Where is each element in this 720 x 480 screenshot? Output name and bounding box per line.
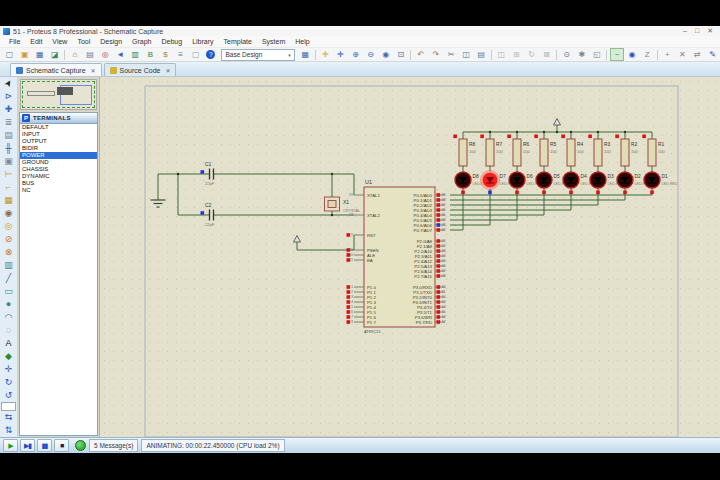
pan-icon[interactable]: ✛ [333, 48, 347, 61]
resistor-R8[interactable]: R8100 [453, 132, 476, 172]
new-sheet-icon[interactable]: ▢ [189, 48, 203, 61]
capacitor-C2[interactable]: C222pF [201, 202, 215, 227]
center-target-icon[interactable]: ◎ [98, 48, 112, 61]
selection-pointer-icon[interactable]: ➤ [1, 77, 16, 90]
terminal-item-power[interactable]: POWER [20, 152, 97, 159]
close-button[interactable]: ✕ [707, 26, 713, 36]
crystal-X1[interactable]: X1CRYSTAL [325, 174, 361, 215]
tab-close-icon[interactable]: ✕ [165, 67, 170, 74]
block-delete-icon[interactable]: ⊠ [540, 48, 554, 61]
sheet-icon[interactable]: ▤ [83, 48, 97, 61]
text-script-icon[interactable]: ▤ [1, 129, 16, 142]
capacitor-C1[interactable]: C122pF [201, 161, 215, 186]
tab-source-code[interactable]: Source Code✕ [104, 63, 177, 76]
maximize-button[interactable]: □ [695, 26, 699, 36]
graph-mode-icon[interactable]: ▦ [1, 194, 16, 207]
text-2d-icon[interactable]: A [1, 337, 16, 350]
tab-close-icon[interactable]: ✕ [91, 67, 96, 74]
menu-tool[interactable]: Tool [72, 36, 95, 47]
resistor-R5[interactable]: R5100 [534, 132, 557, 172]
remove-sheet-icon[interactable]: ✕ [675, 48, 689, 61]
terminal-item-nc[interactable]: NC [20, 187, 97, 194]
junction-dot-icon[interactable]: ✚ [1, 103, 16, 116]
goto-arrows-icon[interactable]: ◄ [113, 48, 127, 61]
path-2d-icon[interactable]: ◌ [1, 324, 16, 337]
false-origin-icon[interactable]: ✛ [318, 48, 332, 61]
home-icon[interactable]: ⌂ [68, 48, 82, 61]
design-explorer-icon[interactable]: ▥ [128, 48, 142, 61]
menu-debug[interactable]: Debug [157, 36, 188, 47]
component-mode-icon[interactable]: ⊳ [1, 90, 16, 103]
help-icon[interactable]: ? [204, 48, 218, 61]
property-sheet-icon[interactable]: $ [159, 48, 173, 61]
stop-button[interactable]: ■ [54, 439, 69, 452]
wire-autorouter-icon[interactable]: ~ [610, 48, 624, 61]
terminal-item-bidir[interactable]: BIDIR [20, 145, 97, 152]
block-copy-icon[interactable]: ◫ [494, 48, 508, 61]
edit-properties-icon[interactable]: ✎ [706, 48, 720, 61]
copy-icon[interactable]: ◫ [459, 48, 473, 61]
minimize-button[interactable]: – [683, 26, 687, 36]
undo-icon[interactable]: ↶ [414, 48, 428, 61]
resistor-R7[interactable]: R7100 [480, 132, 503, 172]
pick-device-icon[interactable]: ⊙ [560, 48, 574, 61]
schematic-canvas[interactable]: C122pFC222pFX1CRYSTALU1AT89C51XTAL119XTA… [100, 77, 720, 437]
play-button[interactable]: ▶ [3, 439, 18, 452]
led-D1[interactable]: D1LED-RED [644, 172, 678, 194]
rotate-cw-icon[interactable]: ↻ [1, 376, 16, 389]
grid-toggle-icon[interactable]: ▦ [298, 48, 312, 61]
message-count-icon[interactable] [75, 440, 86, 451]
make-device-icon[interactable]: ✱ [575, 48, 589, 61]
box-2d-icon[interactable]: ▭ [1, 285, 16, 298]
property-assign-icon[interactable]: Z [640, 48, 654, 61]
menu-design[interactable]: Design [95, 36, 127, 47]
menu-system[interactable]: System [257, 36, 290, 47]
terminal-item-default[interactable]: DEFAULT [20, 124, 97, 131]
notes-icon[interactable]: ≡ [174, 48, 188, 61]
menu-file[interactable]: File [4, 36, 25, 47]
new-file-icon[interactable]: ▢ [3, 48, 17, 61]
step-button[interactable]: ▶▮ [20, 439, 35, 452]
menu-help[interactable]: Help [290, 36, 314, 47]
bus-icon[interactable]: ╫ [1, 142, 16, 155]
block-move-icon[interactable]: ⊞ [509, 48, 523, 61]
redo-icon[interactable]: ↷ [429, 48, 443, 61]
add-sheet-icon[interactable]: + [660, 48, 674, 61]
design-selector[interactable]: Base Design▾ [221, 49, 294, 61]
menu-library[interactable]: Library [187, 36, 218, 47]
power-terminal-rail[interactable] [554, 119, 561, 133]
instrument-icon[interactable]: ▥ [1, 259, 16, 272]
pause-button[interactable]: ▮▮ [37, 439, 52, 452]
terminal-item-output[interactable]: OUTPUT [20, 138, 97, 145]
voltage-probe-icon[interactable]: ⊘ [1, 233, 16, 246]
resistor-R3[interactable]: R3100 [588, 132, 611, 172]
arc-2d-icon[interactable]: ◠ [1, 311, 16, 324]
zoom-area-icon[interactable]: ⊡ [394, 48, 408, 61]
resistor-R2[interactable]: R2100 [615, 132, 638, 172]
v-mirror-icon[interactable]: ⇅ [1, 424, 16, 437]
menu-view[interactable]: View [47, 36, 72, 47]
paste-icon[interactable]: ▤ [474, 48, 488, 61]
marker-2d-icon[interactable]: ✛ [1, 363, 16, 376]
rotation-angle-input[interactable] [1, 402, 16, 411]
wire-label-icon[interactable]: ≣ [1, 116, 16, 129]
h-mirror-icon[interactable]: ⇆ [1, 411, 16, 424]
resistor-R1[interactable]: R1100 [642, 132, 665, 172]
cut-icon[interactable]: ✂ [444, 48, 458, 61]
menu-graph[interactable]: Graph [127, 36, 156, 47]
pick-parts-button[interactable]: P [22, 114, 30, 122]
packaging-icon[interactable]: ◱ [590, 48, 604, 61]
resistor-R6[interactable]: R6100 [507, 132, 530, 172]
exchange-icon[interactable]: ⇄ [690, 48, 704, 61]
power-terminal-rst[interactable] [294, 235, 355, 250]
ground-terminal[interactable] [151, 200, 166, 207]
terminal-mode-icon[interactable]: ⊢ [1, 168, 16, 181]
overview-preview[interactable] [20, 79, 97, 110]
mcu-U1[interactable]: U1AT89C51XTAL119XTAL218RST9PSEN29ALE30EA… [347, 179, 446, 334]
open-folder-icon[interactable]: ▣ [18, 48, 32, 61]
resistor-R4[interactable]: R4100 [561, 132, 584, 172]
block-rotate-icon[interactable]: ↻ [525, 48, 539, 61]
terminal-item-chassis[interactable]: CHASSIS [20, 166, 97, 173]
line-2d-icon[interactable]: ╱ [1, 272, 16, 285]
zoom-all-icon[interactable]: ◉ [379, 48, 393, 61]
